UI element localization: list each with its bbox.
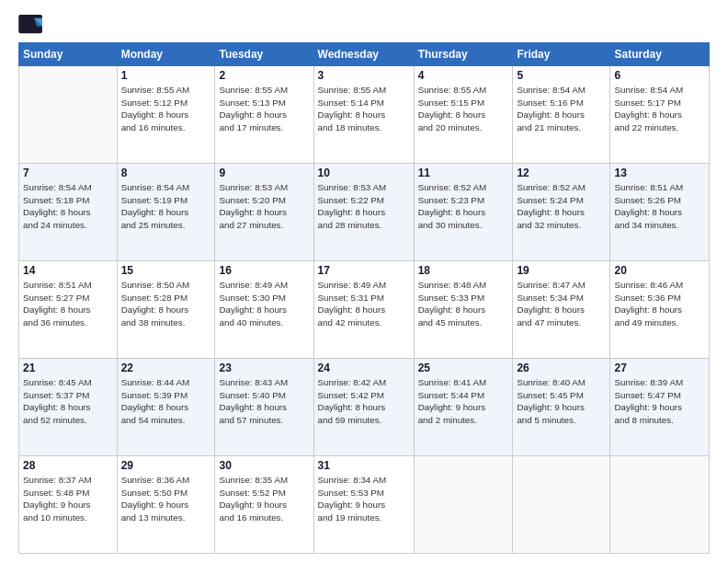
day-number: 17	[318, 264, 410, 277]
calendar-cell: 24Sunrise: 8:42 AM Sunset: 5:42 PM Dayli…	[313, 359, 414, 456]
day-info: Sunrise: 8:46 AM Sunset: 5:36 PM Dayligh…	[614, 279, 705, 329]
day-info: Sunrise: 8:55 AM Sunset: 5:15 PM Dayligh…	[418, 84, 509, 134]
day-info: Sunrise: 8:43 AM Sunset: 5:40 PM Dayligh…	[219, 376, 309, 427]
calendar-cell	[414, 456, 513, 554]
calendar-cell: 16Sunrise: 8:49 AM Sunset: 5:30 PM Dayli…	[215, 261, 313, 359]
calendar-cell: 30Sunrise: 8:35 AM Sunset: 5:52 PM Dayli…	[215, 456, 313, 554]
calendar-cell: 18Sunrise: 8:48 AM Sunset: 5:33 PM Dayli…	[414, 261, 513, 359]
day-info: Sunrise: 8:55 AM Sunset: 5:12 PM Dayligh…	[121, 84, 211, 134]
calendar-cell: 19Sunrise: 8:47 AM Sunset: 5:34 PM Dayli…	[513, 261, 610, 359]
calendar-cell: 26Sunrise: 8:40 AM Sunset: 5:45 PM Dayli…	[513, 359, 610, 456]
day-number: 9	[219, 167, 309, 179]
day-info: Sunrise: 8:53 AM Sunset: 5:20 PM Dayligh…	[219, 181, 309, 232]
weekday-header-thursday: Thursday	[414, 43, 513, 66]
day-info: Sunrise: 8:54 AM Sunset: 5:18 PM Dayligh…	[23, 181, 113, 232]
week-row-2: 14Sunrise: 8:51 AM Sunset: 5:27 PM Dayli…	[19, 261, 710, 359]
day-number: 6	[614, 69, 705, 82]
day-number: 24	[318, 362, 410, 374]
week-row-0: 1Sunrise: 8:55 AM Sunset: 5:12 PM Daylig…	[19, 66, 710, 164]
day-number: 14	[23, 264, 113, 277]
day-info: Sunrise: 8:52 AM Sunset: 5:23 PM Dayligh…	[418, 181, 509, 232]
calendar-cell: 13Sunrise: 8:51 AM Sunset: 5:26 PM Dayli…	[610, 164, 710, 261]
day-number: 1	[121, 69, 211, 82]
week-row-1: 7Sunrise: 8:54 AM Sunset: 5:18 PM Daylig…	[19, 164, 710, 261]
day-info: Sunrise: 8:39 AM Sunset: 5:47 PM Dayligh…	[614, 376, 705, 427]
calendar-cell: 10Sunrise: 8:53 AM Sunset: 5:22 PM Dayli…	[313, 164, 414, 261]
calendar-cell: 3Sunrise: 8:55 AM Sunset: 5:14 PM Daylig…	[313, 66, 414, 164]
day-number: 5	[517, 69, 606, 82]
day-number: 23	[219, 362, 309, 374]
day-info: Sunrise: 8:40 AM Sunset: 5:45 PM Dayligh…	[517, 376, 606, 427]
day-info: Sunrise: 8:44 AM Sunset: 5:39 PM Dayligh…	[121, 376, 211, 427]
day-info: Sunrise: 8:55 AM Sunset: 5:13 PM Dayligh…	[219, 84, 309, 134]
calendar-cell: 12Sunrise: 8:52 AM Sunset: 5:24 PM Dayli…	[513, 164, 610, 261]
day-info: Sunrise: 8:37 AM Sunset: 5:48 PM Dayligh…	[23, 474, 113, 524]
day-info: Sunrise: 8:54 AM Sunset: 5:17 PM Dayligh…	[614, 84, 705, 134]
day-info: Sunrise: 8:47 AM Sunset: 5:34 PM Dayligh…	[517, 279, 606, 329]
day-number: 25	[418, 362, 509, 374]
calendar-cell	[610, 456, 710, 554]
calendar-cell: 21Sunrise: 8:45 AM Sunset: 5:37 PM Dayli…	[19, 359, 118, 456]
calendar-cell: 11Sunrise: 8:52 AM Sunset: 5:23 PM Dayli…	[414, 164, 513, 261]
day-number: 20	[614, 264, 705, 277]
day-info: Sunrise: 8:53 AM Sunset: 5:22 PM Dayligh…	[318, 181, 410, 232]
day-number: 18	[418, 264, 509, 277]
header	[18, 15, 710, 35]
calendar-cell: 23Sunrise: 8:43 AM Sunset: 5:40 PM Dayli…	[215, 359, 313, 456]
calendar-cell: 2Sunrise: 8:55 AM Sunset: 5:13 PM Daylig…	[215, 66, 313, 164]
weekday-header-saturday: Saturday	[610, 43, 710, 66]
page: SundayMondayTuesdayWednesdayThursdayFrid…	[0, 0, 728, 563]
logo-icon	[18, 15, 44, 35]
day-number: 16	[219, 264, 309, 277]
day-number: 10	[318, 167, 410, 179]
day-info: Sunrise: 8:54 AM Sunset: 5:19 PM Dayligh…	[121, 181, 211, 232]
day-info: Sunrise: 8:36 AM Sunset: 5:50 PM Dayligh…	[121, 474, 211, 524]
day-info: Sunrise: 8:50 AM Sunset: 5:28 PM Dayligh…	[121, 279, 211, 329]
calendar: SundayMondayTuesdayWednesdayThursdayFrid…	[18, 42, 710, 554]
day-number: 19	[517, 264, 606, 277]
weekday-header-sunday: Sunday	[19, 43, 118, 66]
day-info: Sunrise: 8:42 AM Sunset: 5:42 PM Dayligh…	[318, 376, 410, 427]
day-info: Sunrise: 8:51 AM Sunset: 5:26 PM Dayligh…	[614, 181, 705, 232]
day-number: 30	[219, 459, 309, 472]
day-info: Sunrise: 8:35 AM Sunset: 5:52 PM Dayligh…	[219, 474, 309, 524]
day-info: Sunrise: 8:34 AM Sunset: 5:53 PM Dayligh…	[318, 474, 410, 524]
day-number: 2	[219, 69, 309, 82]
calendar-cell: 6Sunrise: 8:54 AM Sunset: 5:17 PM Daylig…	[610, 66, 710, 164]
calendar-cell: 14Sunrise: 8:51 AM Sunset: 5:27 PM Dayli…	[19, 261, 118, 359]
day-info: Sunrise: 8:54 AM Sunset: 5:16 PM Dayligh…	[517, 84, 606, 134]
day-number: 29	[121, 459, 211, 472]
day-number: 11	[418, 167, 509, 179]
logo	[18, 15, 46, 35]
calendar-cell: 29Sunrise: 8:36 AM Sunset: 5:50 PM Dayli…	[117, 456, 215, 554]
calendar-cell: 4Sunrise: 8:55 AM Sunset: 5:15 PM Daylig…	[414, 66, 513, 164]
weekday-header-wednesday: Wednesday	[313, 43, 414, 66]
day-number: 22	[121, 362, 211, 374]
calendar-cell: 27Sunrise: 8:39 AM Sunset: 5:47 PM Dayli…	[610, 359, 710, 456]
day-info: Sunrise: 8:51 AM Sunset: 5:27 PM Dayligh…	[23, 279, 113, 329]
day-number: 8	[121, 167, 211, 179]
day-number: 31	[318, 459, 410, 472]
calendar-cell: 17Sunrise: 8:49 AM Sunset: 5:31 PM Dayli…	[313, 261, 414, 359]
day-info: Sunrise: 8:49 AM Sunset: 5:31 PM Dayligh…	[318, 279, 410, 329]
calendar-cell: 8Sunrise: 8:54 AM Sunset: 5:19 PM Daylig…	[117, 164, 215, 261]
calendar-cell	[513, 456, 610, 554]
day-number: 15	[121, 264, 211, 277]
calendar-cell: 31Sunrise: 8:34 AM Sunset: 5:53 PM Dayli…	[313, 456, 414, 554]
day-number: 4	[418, 69, 509, 82]
day-number: 26	[517, 362, 606, 374]
day-info: Sunrise: 8:41 AM Sunset: 5:44 PM Dayligh…	[418, 376, 509, 427]
week-row-4: 28Sunrise: 8:37 AM Sunset: 5:48 PM Dayli…	[19, 456, 710, 554]
calendar-cell: 15Sunrise: 8:50 AM Sunset: 5:28 PM Dayli…	[117, 261, 215, 359]
day-info: Sunrise: 8:45 AM Sunset: 5:37 PM Dayligh…	[23, 376, 113, 427]
day-info: Sunrise: 8:48 AM Sunset: 5:33 PM Dayligh…	[418, 279, 509, 329]
day-info: Sunrise: 8:55 AM Sunset: 5:14 PM Dayligh…	[318, 84, 410, 134]
day-number: 12	[517, 167, 606, 179]
calendar-cell: 1Sunrise: 8:55 AM Sunset: 5:12 PM Daylig…	[117, 66, 215, 164]
day-info: Sunrise: 8:52 AM Sunset: 5:24 PM Dayligh…	[517, 181, 606, 232]
day-number: 28	[23, 459, 113, 472]
day-number: 21	[23, 362, 113, 374]
calendar-cell	[19, 66, 118, 164]
day-info: Sunrise: 8:49 AM Sunset: 5:30 PM Dayligh…	[219, 279, 309, 329]
weekday-header-row: SundayMondayTuesdayWednesdayThursdayFrid…	[19, 43, 710, 66]
